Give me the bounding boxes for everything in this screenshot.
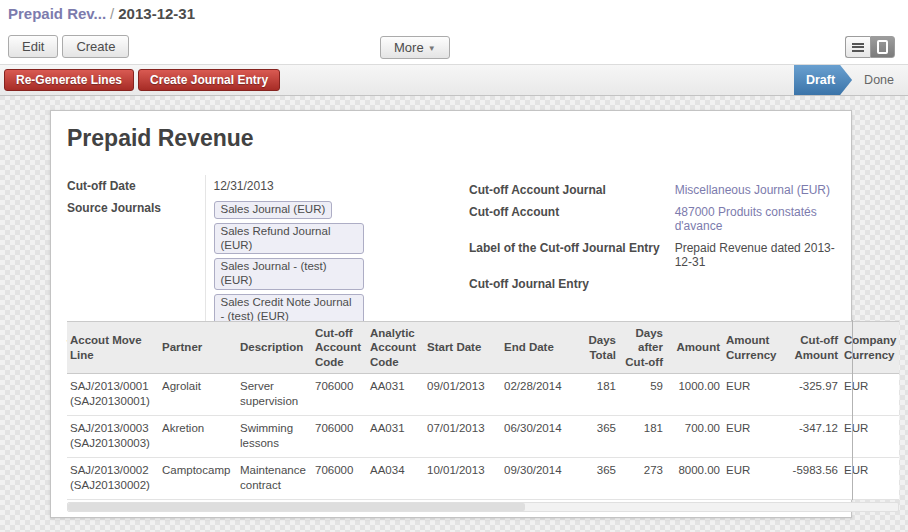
table-cell: Akretion xyxy=(159,416,237,458)
table-cell: Swimming lessons xyxy=(237,416,312,458)
cutoff-journal-entry-label: Cut-off Journal Entry xyxy=(469,273,667,295)
column-header[interactable]: Cut-off Amount xyxy=(781,322,841,374)
field-group-right: Cut-off Account Journal Miscellaneous Jo… xyxy=(469,179,851,295)
table-cell: SAJ/2013/0003 (SAJ20130003) xyxy=(67,416,159,458)
lines-table-wrap: Accout Move LinePartnerDescriptionCut-of… xyxy=(67,321,899,512)
table-row[interactable]: SAJ/2013/0003 (SAJ20130003)AkretionSwimm… xyxy=(67,416,899,458)
table-cell: Server supervision xyxy=(237,374,312,416)
lines-table: Accout Move LinePartnerDescriptionCut-of… xyxy=(67,321,899,500)
table-cell: 07/01/2013 xyxy=(424,416,501,458)
table-cell: EUR xyxy=(841,457,899,499)
regenerate-lines-button[interactable]: Re-Generate Lines xyxy=(4,69,134,91)
table-cell: 700.00 xyxy=(666,416,723,458)
table-cell: EUR xyxy=(723,416,781,458)
create-journal-entry-button[interactable]: Create Journal Entry xyxy=(138,69,280,91)
journal-entry-label-label: Label of the Cut-off Journal Entry xyxy=(469,237,667,273)
chevron-down-icon: ▼ xyxy=(428,44,436,53)
cutoff-account-journal-label: Cut-off Account Journal xyxy=(469,179,667,201)
table-cell: Maintenance contract xyxy=(237,457,312,499)
table-cell: -347.12 xyxy=(781,416,841,458)
breadcrumb-separator: / xyxy=(106,5,118,22)
top-bar: Prepaid Rev.../2013-12-31 EditCreate Mor… xyxy=(0,0,908,64)
edit-button[interactable]: Edit xyxy=(8,35,58,58)
status-bar: Re-Generate Lines Create Journal Entry D… xyxy=(0,64,908,96)
table-cell: AA031 xyxy=(367,374,424,416)
table-cell: -325.97 xyxy=(781,374,841,416)
table-cell: 10/01/2013 xyxy=(424,457,501,499)
column-header[interactable]: Days after Cut-off xyxy=(619,322,666,374)
list-view-icon xyxy=(852,41,864,53)
journal-tag: Sales Refund Journal (EUR) xyxy=(214,223,364,255)
column-header[interactable]: Partner xyxy=(159,322,237,374)
table-cell: SAJ/2013/0002 (SAJ20130002) xyxy=(67,457,159,499)
table-cell: EUR xyxy=(841,416,899,458)
column-header[interactable]: Company Currency xyxy=(841,322,899,374)
column-header[interactable]: Description xyxy=(237,322,312,374)
table-cell: EUR xyxy=(723,374,781,416)
column-header[interactable]: Start Date xyxy=(424,322,501,374)
cutoff-date-label: Cut-off Date xyxy=(67,175,205,197)
breadcrumb-current: 2013-12-31 xyxy=(118,5,195,22)
table-cell: 06/30/2014 xyxy=(501,416,576,458)
horizontal-scrollbar[interactable] xyxy=(67,502,899,512)
column-header[interactable]: End Date xyxy=(501,322,576,374)
table-cell: 09/01/2013 xyxy=(424,374,501,416)
more-button[interactable]: More▼ xyxy=(380,36,450,59)
source-journals-tags: Sales Journal (EUR)Sales Refund Journal … xyxy=(205,197,471,334)
state-done-label: Done xyxy=(864,65,894,95)
form-view-button[interactable] xyxy=(870,36,895,58)
column-header[interactable]: Amount xyxy=(666,322,723,374)
scrollbar-thumb[interactable] xyxy=(68,503,525,511)
table-cell: Camptocamp xyxy=(159,457,237,499)
table-cell: 706000 xyxy=(312,416,367,458)
table-row[interactable]: SAJ/2013/0001 (SAJ20130001)AgrolaitServe… xyxy=(67,374,899,416)
column-header[interactable]: Amount Currency xyxy=(723,322,781,374)
table-cell: -5983.56 xyxy=(781,457,841,499)
table-cell: 273 xyxy=(619,457,666,499)
table-cell: AA034 xyxy=(367,457,424,499)
table-cell: Agrolait xyxy=(159,374,237,416)
table-cell: 1000.00 xyxy=(666,374,723,416)
column-header[interactable]: Cut-off Account Code xyxy=(312,322,367,374)
view-switcher xyxy=(845,36,895,58)
table-cell: 181 xyxy=(619,416,666,458)
table-cell: 706000 xyxy=(312,457,367,499)
sheet-edge-line xyxy=(852,320,853,500)
state-widget: Draft Done xyxy=(794,65,908,95)
page-title: Prepaid Revenue xyxy=(67,125,254,152)
table-cell: 365 xyxy=(576,457,619,499)
journal-entry-label-value: Prepaid Revenue dated 2013-12-31 xyxy=(667,237,851,273)
list-view-button[interactable] xyxy=(845,36,870,58)
cutoff-date-value: 12/31/2013 xyxy=(205,175,471,197)
table-cell: AA031 xyxy=(367,416,424,458)
journal-tag: Sales Journal - (test) (EUR) xyxy=(214,258,364,290)
cutoff-account-label: Cut-off Account xyxy=(469,201,667,237)
column-header[interactable]: Analytic Account Code xyxy=(367,322,424,374)
column-header[interactable]: Accout Move Line xyxy=(67,322,159,374)
table-cell: 8000.00 xyxy=(666,457,723,499)
table-cell: EUR xyxy=(841,374,899,416)
state-draft-badge: Draft xyxy=(794,65,852,95)
journal-tag: Sales Journal (EUR) xyxy=(214,201,333,219)
column-header[interactable]: Days Total xyxy=(576,322,619,374)
breadcrumb-parent-link[interactable]: Prepaid Rev... xyxy=(8,5,106,22)
table-cell: 59 xyxy=(619,374,666,416)
form-view-icon xyxy=(877,40,888,54)
create-button[interactable]: Create xyxy=(62,35,129,58)
breadcrumb: Prepaid Rev.../2013-12-31 xyxy=(8,5,195,22)
table-cell: SAJ/2013/0001 (SAJ20130001) xyxy=(67,374,159,416)
table-cell: EUR xyxy=(723,457,781,499)
table-row[interactable]: SAJ/2013/0002 (SAJ20130002)CamptocampMai… xyxy=(67,457,899,499)
cutoff-account-link[interactable]: 487000 Produits constatés d'avance xyxy=(667,201,851,237)
table-cell: 02/28/2014 xyxy=(501,374,576,416)
form-sheet: Prepaid Revenue Cut-off Date 12/31/2013 … xyxy=(50,110,852,518)
cutoff-journal-entry-value xyxy=(667,273,851,295)
table-cell: 706000 xyxy=(312,374,367,416)
table-cell: 365 xyxy=(576,416,619,458)
table-cell: 09/30/2014 xyxy=(501,457,576,499)
cutoff-account-journal-link[interactable]: Miscellaneous Journal (EUR) xyxy=(667,179,851,201)
table-cell: 181 xyxy=(576,374,619,416)
source-journals-label: Source Journals xyxy=(67,197,205,334)
more-button-label: More xyxy=(394,40,424,55)
